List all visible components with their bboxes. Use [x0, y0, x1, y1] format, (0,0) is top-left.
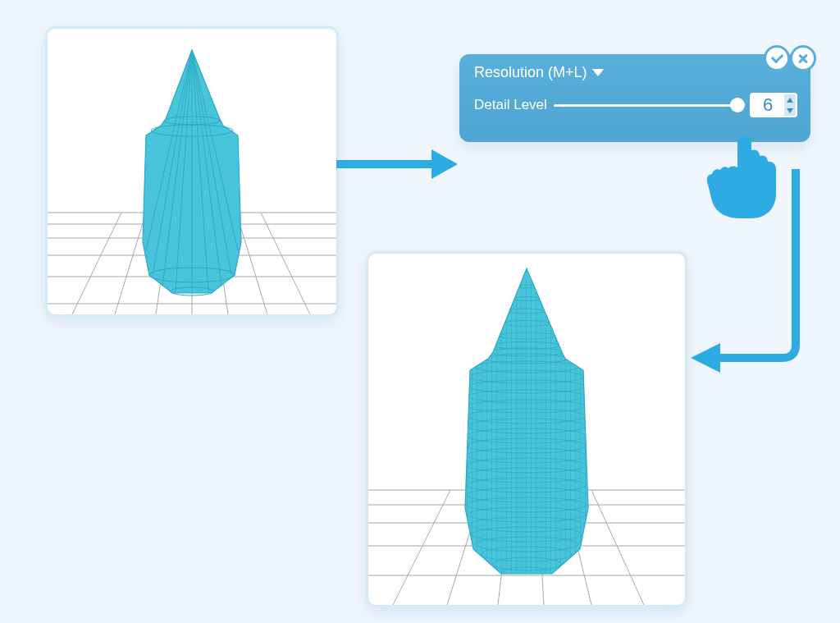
resolution-panel: Resolution (M+L) Detail Level 6 — [459, 54, 810, 142]
spinner-down-icon[interactable] — [784, 105, 796, 116]
high-res-model-svg — [368, 254, 685, 605]
detail-level-label: Detail Level — [474, 97, 547, 113]
svg-line-36 — [591, 490, 644, 605]
viewport-high-res — [366, 251, 687, 607]
panel-action-icons — [766, 48, 814, 69]
panel-header[interactable]: Resolution (M+L) — [474, 64, 797, 81]
close-button[interactable] — [792, 48, 814, 69]
detail-level-spinner[interactable]: 6 — [750, 93, 797, 117]
svg-line-12 — [261, 213, 310, 314]
detail-level-slider[interactable] — [554, 104, 743, 107]
svg-marker-71 — [691, 343, 720, 373]
confirm-button[interactable] — [766, 48, 788, 69]
slider-thumb[interactable] — [730, 98, 745, 112]
svg-line-31 — [393, 490, 450, 605]
chevron-down-icon — [592, 69, 604, 76]
viewport-low-res — [45, 26, 339, 317]
svg-line-6 — [72, 213, 121, 314]
panel-title: Resolution (M+L) — [474, 64, 587, 81]
arrow-low-to-panel — [333, 144, 461, 184]
detail-level-row: Detail Level 6 — [474, 93, 797, 117]
svg-marker-70 — [431, 149, 458, 179]
detail-level-value[interactable]: 6 — [751, 94, 784, 116]
pointer-hand-icon — [697, 133, 788, 220]
low-res-model-svg — [48, 29, 336, 314]
svg-line-7 — [115, 213, 146, 314]
spinner-up-icon[interactable] — [784, 94, 796, 105]
